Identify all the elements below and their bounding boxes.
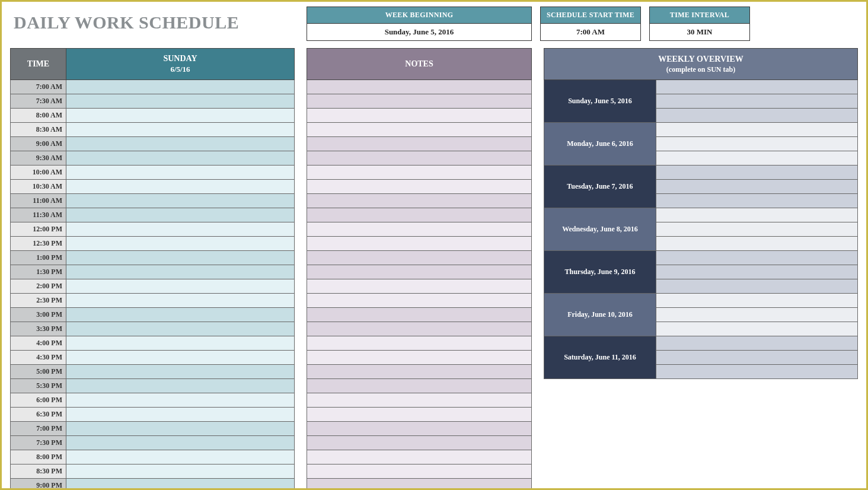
overview-slot[interactable] [656, 251, 858, 265]
task-cell[interactable] [66, 137, 295, 151]
task-cell[interactable] [66, 222, 295, 237]
note-cell[interactable] [307, 208, 532, 222]
start-time-label: SCHEDULE START TIME [541, 7, 640, 24]
task-cell[interactable] [66, 351, 295, 365]
task-cell[interactable] [66, 464, 295, 479]
overview-day-label: Sunday, June 5, 2016 [544, 80, 656, 123]
overview-slot[interactable] [656, 94, 858, 109]
interval-value[interactable]: 30 MIN [650, 24, 749, 40]
overview-slot[interactable] [656, 123, 858, 137]
note-cell[interactable] [307, 351, 532, 365]
overview-slot[interactable] [656, 109, 858, 123]
time-cell: 5:00 PM [10, 365, 66, 379]
note-cell[interactable] [307, 94, 532, 109]
note-cell[interactable] [307, 422, 532, 436]
task-cell[interactable] [66, 251, 295, 265]
task-cell[interactable] [66, 479, 295, 490]
time-cell: 4:30 PM [10, 351, 66, 365]
task-cell[interactable] [66, 208, 295, 222]
overview-slot[interactable] [656, 194, 858, 208]
task-cell[interactable] [66, 379, 295, 393]
task-cell[interactable] [66, 393, 295, 408]
overview-slot[interactable] [656, 80, 858, 94]
week-beginning-value[interactable]: Sunday, June 5, 2016 [307, 24, 531, 40]
note-cell[interactable] [307, 166, 532, 180]
note-cell[interactable] [307, 180, 532, 194]
overview-slot[interactable] [656, 322, 858, 336]
overview-slot[interactable] [656, 208, 858, 222]
note-cell[interactable] [307, 294, 532, 308]
task-cell[interactable] [66, 436, 295, 450]
schedule-row: 8:00 AM [10, 109, 295, 123]
task-cell[interactable] [66, 365, 295, 379]
note-cell[interactable] [307, 408, 532, 422]
overview-slot[interactable] [656, 151, 858, 166]
note-cell[interactable] [307, 222, 532, 237]
schedule-row: 3:30 PM [10, 322, 295, 336]
overview-slot[interactable] [656, 222, 858, 237]
overview-slot[interactable] [656, 279, 858, 294]
schedule-row: 7:00 AM [10, 80, 295, 94]
task-cell[interactable] [66, 109, 295, 123]
note-cell[interactable] [307, 194, 532, 208]
overview-slot[interactable] [656, 336, 858, 351]
note-cell[interactable] [307, 479, 532, 490]
note-cell[interactable] [307, 237, 532, 251]
overview-slot[interactable] [656, 166, 858, 180]
task-cell[interactable] [66, 294, 295, 308]
task-cell[interactable] [66, 265, 295, 279]
task-cell[interactable] [66, 279, 295, 294]
overview-header-title: WEEKLY OVERVIEW [658, 55, 743, 64]
overview-slot[interactable] [656, 180, 858, 194]
start-time-value[interactable]: 7:00 AM [541, 24, 640, 40]
note-cell[interactable] [307, 379, 532, 393]
schedule-row: 5:30 PM [10, 379, 295, 393]
task-cell[interactable] [66, 450, 295, 464]
task-cell[interactable] [66, 151, 295, 166]
overview-slot[interactable] [656, 365, 858, 379]
overview-slot[interactable] [656, 308, 858, 322]
note-cell[interactable] [307, 251, 532, 265]
note-cell[interactable] [307, 308, 532, 322]
task-cell[interactable] [66, 322, 295, 336]
schedule-row: 4:00 PM [10, 336, 295, 351]
schedule-row: 3:00 PM [10, 308, 295, 322]
overview-row: Thursday, June 9, 2016 [544, 251, 858, 294]
note-cell[interactable] [307, 322, 532, 336]
task-cell[interactable] [66, 237, 295, 251]
task-cell[interactable] [66, 80, 295, 94]
schedule-row: 7:30 AM [10, 94, 295, 109]
note-cell[interactable] [307, 265, 532, 279]
task-cell[interactable] [66, 94, 295, 109]
task-cell[interactable] [66, 408, 295, 422]
task-cell[interactable] [66, 166, 295, 180]
note-cell[interactable] [307, 80, 532, 94]
task-cell[interactable] [66, 422, 295, 436]
note-cell[interactable] [307, 137, 532, 151]
overview-column: WEEKLY OVERVIEW (complete on SUN tab) Su… [544, 48, 858, 490]
task-cell[interactable] [66, 180, 295, 194]
overview-slot[interactable] [656, 137, 858, 151]
schedule-row: 6:30 PM [10, 408, 295, 422]
task-cell[interactable] [66, 308, 295, 322]
note-cell[interactable] [307, 365, 532, 379]
task-cell[interactable] [66, 336, 295, 351]
overview-slot[interactable] [656, 294, 858, 308]
note-cell[interactable] [307, 279, 532, 294]
note-cell[interactable] [307, 109, 532, 123]
overview-slot[interactable] [656, 237, 858, 251]
note-cell[interactable] [307, 123, 532, 137]
week-beginning-label: WEEK BEGINNING [307, 7, 531, 24]
note-cell[interactable] [307, 436, 532, 450]
overview-slot[interactable] [656, 265, 858, 279]
note-cell[interactable] [307, 393, 532, 408]
note-cell[interactable] [307, 336, 532, 351]
overview-slot[interactable] [656, 351, 858, 365]
task-cell[interactable] [66, 194, 295, 208]
task-cell[interactable] [66, 123, 295, 137]
note-cell[interactable] [307, 450, 532, 464]
time-cell: 11:30 AM [10, 208, 66, 222]
time-cell: 2:30 PM [10, 294, 66, 308]
note-cell[interactable] [307, 464, 532, 479]
note-cell[interactable] [307, 151, 532, 166]
